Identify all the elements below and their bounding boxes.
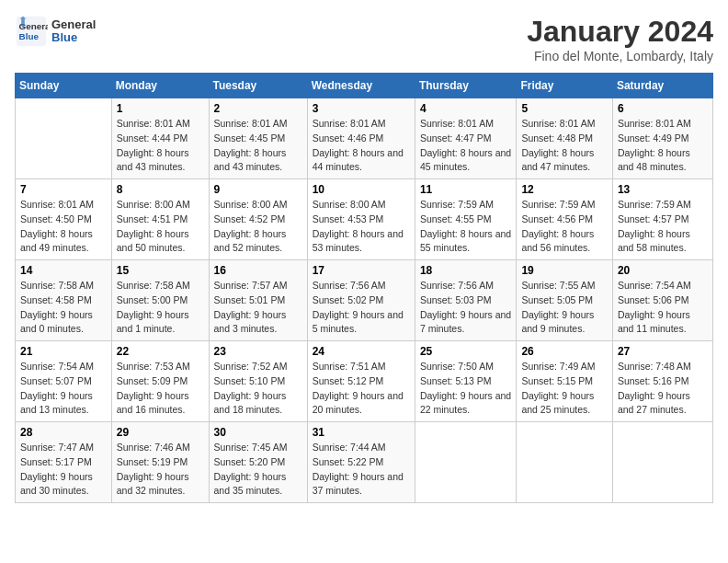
calendar-cell: 22 Sunrise: 7:53 AM Sunset: 5:09 PM Dayl… xyxy=(111,341,209,422)
sunrise-info: Sunrise: 7:56 AM xyxy=(313,280,386,291)
sunrise-info: Sunrise: 7:46 AM xyxy=(117,442,190,453)
sunrise-info: Sunrise: 7:52 AM xyxy=(214,361,288,372)
calendar-cell: 20 Sunrise: 7:54 AM Sunset: 5:06 PM Dayl… xyxy=(612,260,712,341)
day-number: 9 xyxy=(214,183,302,196)
sunset-info: Sunset: 4:56 PM xyxy=(521,213,593,224)
calendar-cell: 25 Sunrise: 7:50 AM Sunset: 5:13 PM Dayl… xyxy=(415,341,517,422)
day-number: 18 xyxy=(420,264,512,277)
sunrise-info: Sunrise: 8:01 AM xyxy=(117,118,190,129)
sunrise-info: Sunrise: 7:59 AM xyxy=(420,199,494,210)
calendar-header-row: SundayMondayTuesdayWednesdayThursdayFrid… xyxy=(16,74,713,98)
calendar-cell: 2 Sunrise: 8:01 AM Sunset: 4:45 PM Dayli… xyxy=(209,98,307,179)
daylight-info: Daylight: 8 hours and 49 minutes. xyxy=(20,228,93,254)
calendar-cell: 12 Sunrise: 7:59 AM Sunset: 4:56 PM Dayl… xyxy=(517,179,612,260)
daylight-info: Daylight: 8 hours and 56 minutes. xyxy=(521,228,594,254)
day-number: 1 xyxy=(117,102,204,115)
sunset-info: Sunset: 5:02 PM xyxy=(313,294,384,305)
sunrise-info: Sunrise: 8:01 AM xyxy=(420,118,494,129)
sunset-info: Sunset: 5:05 PM xyxy=(521,294,593,305)
daylight-info: Daylight: 9 hours and 11 minutes. xyxy=(618,309,690,335)
sunset-info: Sunset: 5:13 PM xyxy=(420,375,492,386)
sunrise-info: Sunrise: 7:54 AM xyxy=(20,361,94,372)
sunrise-info: Sunrise: 7:57 AM xyxy=(214,280,288,291)
day-number: 6 xyxy=(618,102,708,115)
sunset-info: Sunset: 4:51 PM xyxy=(117,213,188,224)
sunset-info: Sunset: 4:57 PM xyxy=(618,213,689,224)
daylight-info: Daylight: 9 hours and 25 minutes. xyxy=(521,390,594,416)
calendar-cell xyxy=(517,422,612,503)
day-number: 25 xyxy=(420,345,512,358)
sunset-info: Sunset: 5:03 PM xyxy=(420,294,492,305)
sunset-info: Sunset: 4:53 PM xyxy=(313,213,384,224)
day-number: 21 xyxy=(20,345,107,358)
calendar-cell: 13 Sunrise: 7:59 AM Sunset: 4:57 PM Dayl… xyxy=(612,179,712,260)
sunrise-info: Sunrise: 7:55 AM xyxy=(521,280,595,291)
daylight-info: Daylight: 8 hours and 45 minutes. xyxy=(420,147,511,173)
calendar-week-row: 7 Sunrise: 8:01 AM Sunset: 4:50 PM Dayli… xyxy=(16,179,713,260)
sunset-info: Sunset: 5:09 PM xyxy=(117,375,188,386)
calendar-week-row: 14 Sunrise: 7:58 AM Sunset: 4:58 PM Dayl… xyxy=(16,260,713,341)
calendar-cell: 28 Sunrise: 7:47 AM Sunset: 5:17 PM Dayl… xyxy=(16,422,112,503)
day-number: 3 xyxy=(313,102,410,115)
daylight-info: Daylight: 9 hours and 30 minutes. xyxy=(20,471,93,497)
sunset-info: Sunset: 4:49 PM xyxy=(618,132,689,144)
daylight-info: Daylight: 9 hours and 22 minutes. xyxy=(420,390,511,416)
day-number: 24 xyxy=(313,345,410,358)
daylight-info: Daylight: 9 hours and 0 minutes. xyxy=(20,309,93,335)
day-number: 10 xyxy=(313,183,410,196)
location-subtitle: Fino del Monte, Lombardy, Italy xyxy=(527,49,713,63)
sunrise-info: Sunrise: 8:00 AM xyxy=(214,199,288,210)
column-header-saturday: Saturday xyxy=(612,74,712,98)
day-number: 28 xyxy=(20,426,107,439)
sunset-info: Sunset: 4:50 PM xyxy=(20,213,92,224)
calendar-table: SundayMondayTuesdayWednesdayThursdayFrid… xyxy=(15,73,713,503)
sunrise-info: Sunrise: 7:45 AM xyxy=(214,442,288,453)
sunset-info: Sunset: 4:46 PM xyxy=(313,132,384,144)
calendar-cell: 18 Sunrise: 7:56 AM Sunset: 5:03 PM Dayl… xyxy=(415,260,517,341)
sunrise-info: Sunrise: 7:44 AM xyxy=(313,442,386,453)
daylight-info: Daylight: 9 hours and 5 minutes. xyxy=(313,309,404,335)
daylight-info: Daylight: 8 hours and 52 minutes. xyxy=(214,228,287,254)
calendar-cell: 4 Sunrise: 8:01 AM Sunset: 4:47 PM Dayli… xyxy=(415,98,517,179)
sunrise-info: Sunrise: 7:58 AM xyxy=(20,280,94,291)
sunset-info: Sunset: 5:10 PM xyxy=(214,375,286,386)
sunset-info: Sunset: 5:16 PM xyxy=(618,375,689,386)
sunrise-info: Sunrise: 7:49 AM xyxy=(521,361,595,372)
day-number: 5 xyxy=(521,102,607,115)
column-header-tuesday: Tuesday xyxy=(209,74,307,98)
sunrise-info: Sunrise: 8:01 AM xyxy=(20,199,94,210)
sunrise-info: Sunrise: 7:59 AM xyxy=(521,199,595,210)
sunrise-info: Sunrise: 7:51 AM xyxy=(313,361,386,372)
calendar-cell: 27 Sunrise: 7:48 AM Sunset: 5:16 PM Dayl… xyxy=(612,341,712,422)
daylight-info: Daylight: 9 hours and 7 minutes. xyxy=(420,309,511,335)
sunset-info: Sunset: 4:48 PM xyxy=(521,132,593,144)
day-number: 26 xyxy=(521,345,607,358)
day-number: 31 xyxy=(313,426,410,439)
daylight-info: Daylight: 8 hours and 53 minutes. xyxy=(313,228,404,254)
column-header-thursday: Thursday xyxy=(415,74,517,98)
sunset-info: Sunset: 4:47 PM xyxy=(420,132,492,144)
daylight-info: Daylight: 9 hours and 27 minutes. xyxy=(618,390,690,416)
sunrise-info: Sunrise: 7:54 AM xyxy=(618,280,691,291)
daylight-info: Daylight: 8 hours and 48 minutes. xyxy=(618,147,690,173)
title-block: January 2024 Fino del Monte, Lombardy, I… xyxy=(527,15,713,63)
day-number: 4 xyxy=(420,102,512,115)
sunrise-info: Sunrise: 7:47 AM xyxy=(20,442,94,453)
calendar-cell: 19 Sunrise: 7:55 AM Sunset: 5:05 PM Dayl… xyxy=(517,260,612,341)
daylight-info: Daylight: 8 hours and 43 minutes. xyxy=(117,147,189,173)
sunrise-info: Sunrise: 8:00 AM xyxy=(117,199,190,210)
column-header-friday: Friday xyxy=(517,74,612,98)
sunrise-info: Sunrise: 7:56 AM xyxy=(420,280,494,291)
calendar-cell: 17 Sunrise: 7:56 AM Sunset: 5:02 PM Dayl… xyxy=(307,260,415,341)
svg-text:Blue: Blue xyxy=(19,31,40,41)
daylight-info: Daylight: 9 hours and 18 minutes. xyxy=(214,390,287,416)
calendar-week-row: 21 Sunrise: 7:54 AM Sunset: 5:07 PM Dayl… xyxy=(16,341,713,422)
daylight-info: Daylight: 8 hours and 50 minutes. xyxy=(117,228,189,254)
day-number: 16 xyxy=(214,264,302,277)
daylight-info: Daylight: 9 hours and 35 minutes. xyxy=(214,471,287,497)
sunset-info: Sunset: 4:52 PM xyxy=(214,213,286,224)
column-header-monday: Monday xyxy=(111,74,209,98)
sunset-info: Sunset: 5:01 PM xyxy=(214,294,286,305)
calendar-cell: 1 Sunrise: 8:01 AM Sunset: 4:44 PM Dayli… xyxy=(111,98,209,179)
sunrise-info: Sunrise: 7:48 AM xyxy=(618,361,691,372)
